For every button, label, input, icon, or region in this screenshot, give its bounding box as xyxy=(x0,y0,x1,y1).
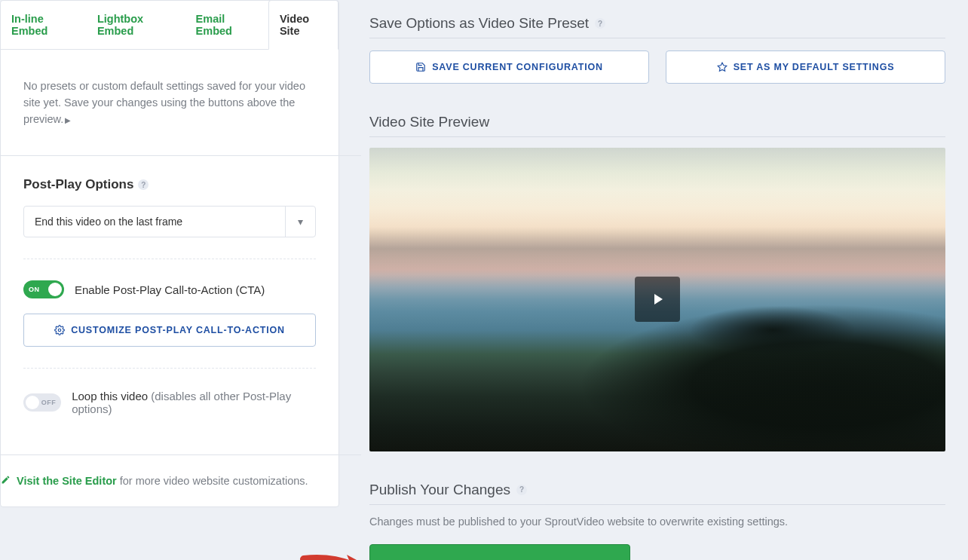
loop-video-label: Loop this video (disables all other Post… xyxy=(72,390,316,415)
enable-cta-toggle[interactable]: ON xyxy=(23,280,64,298)
publish-changes-button[interactable]: PUBLISH CHANGES TO VIDEO SITE xyxy=(369,544,630,560)
svg-point-0 xyxy=(58,329,61,332)
post-play-behaviour-select[interactable]: End this video on the last frame ▾ xyxy=(23,206,316,237)
publish-title: Publish Your Changes ? xyxy=(369,482,945,505)
loop-video-toggle[interactable]: OFF xyxy=(23,393,61,412)
play-icon xyxy=(648,290,666,308)
save-configuration-button[interactable]: SAVE CURRENT CONFIGURATION xyxy=(369,50,649,84)
save-icon xyxy=(415,62,426,72)
tab-video-site[interactable]: Video Site xyxy=(268,0,338,50)
main-content: Save Options as Video Site Preset ? SAVE… xyxy=(369,0,945,560)
star-icon xyxy=(717,62,728,72)
pencil-icon xyxy=(1,475,11,485)
svg-marker-1 xyxy=(718,63,727,71)
tab-lightbox-embed[interactable]: Lightbox Embed xyxy=(87,1,185,49)
video-preview xyxy=(369,148,945,451)
preview-title: Video Site Preview xyxy=(369,114,945,137)
no-presets-notice: No presets or custom default settings sa… xyxy=(23,78,316,128)
post-play-options-title: Post-Play Options ? xyxy=(23,177,316,192)
select-value: End this video on the last frame xyxy=(24,207,285,237)
play-button[interactable] xyxy=(635,277,680,322)
tab-email-embed[interactable]: Email Embed xyxy=(185,1,268,49)
site-editor-note: Visit the Site Editor for more video web… xyxy=(0,454,361,506)
publish-note: Changes must be published to your Sprout… xyxy=(369,516,945,528)
help-icon[interactable]: ? xyxy=(516,485,527,495)
gear-icon xyxy=(54,325,65,335)
caret-down-icon: ▾ xyxy=(285,207,315,237)
enable-cta-label: Enable Post-Play Call-to-Action (CTA) xyxy=(75,283,265,296)
save-options-title: Save Options as Video Site Preset ? xyxy=(369,15,945,38)
help-icon[interactable]: ? xyxy=(138,179,149,190)
customize-cta-button[interactable]: CUSTOMIZE POST-PLAY CALL-TO-ACTION xyxy=(23,314,316,347)
settings-panel: In-line Embed Lightbox Embed Email Embed… xyxy=(0,0,339,507)
embed-tabs: In-line Embed Lightbox Embed Email Embed… xyxy=(1,1,338,50)
visit-site-editor-link[interactable]: Visit the Site Editor xyxy=(17,475,117,487)
tab-inline-embed[interactable]: In-line Embed xyxy=(1,1,87,49)
help-icon[interactable]: ? xyxy=(595,18,605,29)
set-default-settings-button[interactable]: SET AS MY DEFAULT SETTINGS xyxy=(666,50,945,84)
chevron-right-icon: ▶ xyxy=(65,116,71,124)
arrow-icon xyxy=(300,550,369,560)
